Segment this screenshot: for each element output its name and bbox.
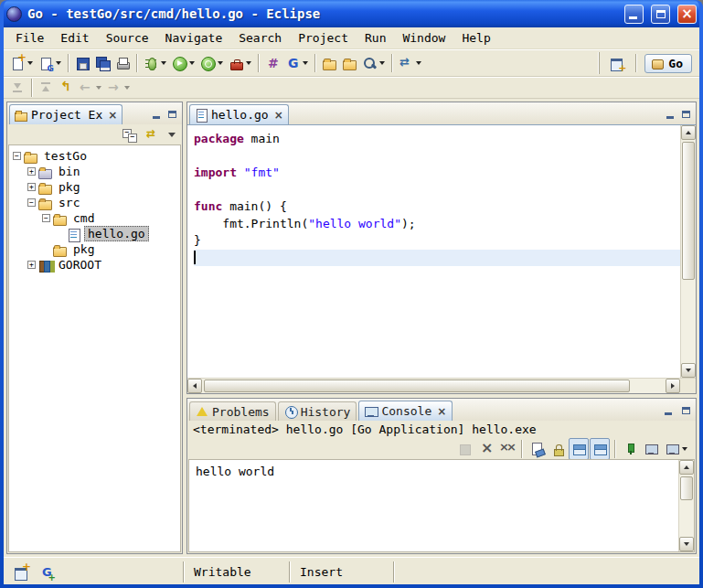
console-output-text[interactable]: hello world: [189, 460, 678, 551]
fast-view-button[interactable]: [11, 561, 31, 583]
open-folder-button[interactable]: [339, 52, 359, 74]
menu-file[interactable]: File: [7, 28, 52, 48]
menu-window[interactable]: Window: [394, 28, 453, 48]
external-tools-button[interactable]: [226, 52, 254, 74]
tab-history[interactable]: History: [278, 401, 357, 421]
code-area[interactable]: package main import "fmt" func main() { …: [187, 125, 680, 378]
close-icon[interactable]: ×: [274, 111, 283, 120]
code-line[interactable]: [194, 182, 680, 199]
code-line[interactable]: import "fmt": [194, 165, 680, 182]
code-line[interactable]: package main: [194, 131, 680, 148]
remove-all-terminated-button[interactable]: [496, 438, 517, 460]
tree-node-cmd[interactable]: −cmd: [9, 210, 180, 226]
remove-launch-button[interactable]: [475, 438, 495, 460]
show-stderr-changes-button[interactable]: [590, 438, 610, 460]
tab-console[interactable]: Console×: [358, 401, 453, 421]
maximize-view-button[interactable]: [165, 107, 180, 121]
console-vertical-scrollbar[interactable]: [678, 460, 694, 551]
code-line[interactable]: [194, 148, 680, 166]
collapse-all-button[interactable]: [120, 123, 140, 145]
expand-icon[interactable]: +: [27, 167, 36, 176]
menu-help[interactable]: Help: [453, 28, 498, 48]
new-go-element-button[interactable]: [36, 52, 64, 74]
profile-button[interactable]: [197, 52, 226, 74]
maximize-button[interactable]: [651, 5, 670, 24]
menu-run[interactable]: Run: [357, 28, 394, 48]
terminate-button[interactable]: [454, 438, 474, 460]
menu-search[interactable]: Search: [230, 28, 290, 48]
close-icon[interactable]: ×: [437, 407, 446, 416]
scroll-up-button[interactable]: [679, 460, 694, 475]
go-perspective-button[interactable]: Go: [644, 54, 692, 73]
scroll-down-button[interactable]: [679, 537, 694, 551]
scroll-thumb[interactable]: [680, 476, 693, 500]
tree-node-bin[interactable]: +bin: [9, 164, 180, 179]
open-perspective-button[interactable]: [607, 52, 627, 74]
tree-node-pkg[interactable]: +pkg: [9, 179, 180, 195]
editor-vertical-scrollbar[interactable]: [680, 125, 696, 378]
previous-annotation-button[interactable]: [36, 77, 56, 99]
last-edit-location-button[interactable]: [56, 77, 76, 99]
open-console-button[interactable]: [662, 438, 690, 460]
minimize-button[interactable]: [624, 5, 644, 24]
run-button[interactable]: [169, 52, 197, 74]
go-test-button[interactable]: [262, 52, 282, 74]
maximize-view-button[interactable]: [678, 107, 694, 121]
minimize-view-button[interactable]: [660, 403, 676, 417]
minimize-view-button[interactable]: [662, 107, 677, 121]
menu-project[interactable]: Project: [290, 28, 357, 48]
save-button[interactable]: [72, 52, 92, 74]
tab-problems[interactable]: Problems: [189, 401, 276, 421]
editor-horizontal-scrollbar[interactable]: [187, 378, 696, 393]
new-wizard-button[interactable]: [7, 52, 36, 74]
scroll-lock-button[interactable]: [548, 438, 568, 460]
expand-icon[interactable]: +: [27, 183, 36, 191]
tree-node-src[interactable]: −src: [9, 195, 180, 210]
clear-console-button[interactable]: [527, 438, 547, 460]
view-menu-button[interactable]: [165, 123, 178, 145]
menu-source[interactable]: Source: [98, 28, 157, 48]
scroll-track[interactable]: [679, 475, 694, 537]
tree-node-testgo[interactable]: −testGo: [9, 148, 180, 164]
link-with-editor-button[interactable]: [143, 123, 163, 145]
minimize-view-button[interactable]: [148, 107, 164, 121]
menu-edit[interactable]: Edit: [52, 28, 97, 48]
show-stdout-changes-button[interactable]: [569, 438, 589, 460]
code-line[interactable]: fmt.Println("hello world");: [194, 216, 680, 233]
team-sync-button[interactable]: [396, 52, 424, 74]
back-button[interactable]: [76, 77, 104, 99]
go-install-button[interactable]: [282, 52, 311, 74]
scroll-down-button[interactable]: [681, 363, 696, 378]
expand-icon[interactable]: +: [27, 261, 36, 269]
code-line[interactable]: }: [194, 232, 680, 250]
close-icon[interactable]: ×: [108, 111, 117, 120]
project-tree[interactable]: −testGo+bin+pkg−src−cmdhello.gopkg+GOROO…: [8, 144, 181, 552]
scroll-right-button[interactable]: [666, 379, 680, 393]
go-trim-button[interactable]: [37, 561, 58, 583]
pin-console-button[interactable]: [620, 438, 640, 460]
next-annotation-button[interactable]: [7, 77, 27, 99]
tab-hello-go[interactable]: hello.go ×: [189, 104, 289, 124]
scroll-thumb[interactable]: [682, 142, 695, 280]
code-line[interactable]: func main() {: [194, 198, 680, 216]
debug-button[interactable]: [141, 52, 169, 74]
tab-project-explorer[interactable]: Project Ex ×: [9, 104, 122, 124]
scroll-track[interactable]: [202, 379, 666, 393]
scroll-thumb[interactable]: [204, 380, 630, 392]
collapse-icon[interactable]: −: [13, 152, 21, 160]
title-bar[interactable]: Go - testGo/src/cmd/hello.go - Eclipse ×: [4, 0, 699, 27]
collapse-icon[interactable]: −: [27, 198, 36, 207]
scroll-left-button[interactable]: [187, 379, 202, 393]
display-selected-console-button[interactable]: [641, 438, 661, 460]
tree-node-hello-go[interactable]: hello.go: [9, 226, 180, 241]
close-button[interactable]: ×: [677, 5, 697, 24]
tree-node-goroot[interactable]: +GOROOT: [9, 257, 180, 273]
open-file-button[interactable]: [319, 52, 339, 74]
print-button[interactable]: [112, 52, 133, 74]
forward-button[interactable]: [104, 77, 133, 99]
code-line[interactable]: [194, 250, 680, 267]
search-button[interactable]: [359, 52, 388, 74]
collapse-icon[interactable]: −: [42, 214, 50, 222]
menu-navigate[interactable]: Navigate: [157, 28, 231, 48]
scroll-track[interactable]: [681, 140, 696, 363]
